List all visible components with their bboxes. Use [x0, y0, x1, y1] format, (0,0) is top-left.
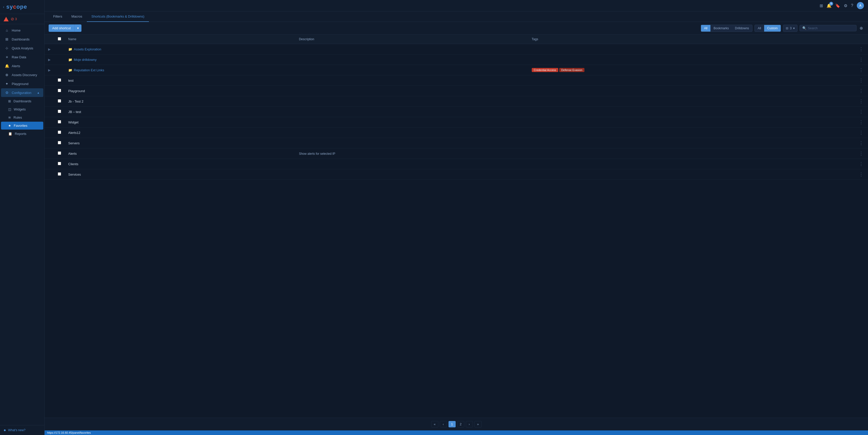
item-name-link[interactable]: Assets Exploration: [74, 48, 101, 51]
top-bar: ⊞ 🔔 5 🔖 ⚙ ? A: [44, 0, 868, 11]
quick-analysis-icon: ⊹: [5, 46, 9, 50]
config-widgets-icon: ◫: [8, 107, 11, 111]
row-more-menu-btn[interactable]: ⋮: [858, 57, 864, 62]
row-checkbox[interactable]: [58, 99, 61, 102]
pagination-last-btn[interactable]: »: [474, 421, 482, 427]
row-more-menu-btn[interactable]: ⋮: [858, 88, 864, 94]
row-checkbox[interactable]: [58, 172, 61, 176]
table-row: Clients⋮: [44, 159, 868, 169]
alerts-icon: 🔔: [5, 64, 9, 68]
table-settings-icon[interactable]: ⊕: [859, 25, 864, 32]
table-row: Jb - Test 2⋮: [44, 96, 868, 107]
col-name-header: Name: [65, 35, 295, 44]
expand-row-icon[interactable]: ▶: [48, 48, 51, 51]
expand-row-icon[interactable]: ▶: [48, 68, 51, 72]
row-more-menu-btn[interactable]: ⋮: [858, 161, 864, 167]
row-checkbox[interactable]: [58, 131, 61, 134]
type-filter-group: All Bookmarks Drilldowns: [701, 25, 752, 32]
avatar[interactable]: A: [857, 2, 864, 9]
sidebar-item-dashboards[interactable]: ⊞ Dashboards: [1, 35, 43, 43]
sidebar-item-config-favorites[interactable]: ★ Favorites: [1, 122, 43, 130]
whats-new-button[interactable]: ● What's new?: [0, 425, 44, 435]
row-checkbox[interactable]: [58, 162, 61, 165]
row-checkbox[interactable]: [58, 89, 61, 92]
row-checkbox[interactable]: [58, 110, 61, 113]
row-checkbox[interactable]: [58, 120, 61, 123]
sidebar-item-quick-analysis[interactable]: ⊹ Quick Analysis: [1, 44, 43, 53]
pagination-prev-btn[interactable]: ‹: [440, 421, 447, 427]
tabs-bar: Filters Macros Shortcuts (Bookmarks & Dr…: [44, 11, 868, 22]
search-icon: 🔍: [802, 26, 806, 30]
table-container: Name Description Tags ▶📁Assets Explorati…: [44, 35, 868, 418]
select-all-checkbox[interactable]: [58, 37, 61, 40]
tab-macros[interactable]: Macros: [67, 11, 87, 22]
filter-drilldowns-btn[interactable]: Drilldowns: [732, 25, 752, 32]
status-bar: https://172.16.60.45/panel/favorites: [44, 430, 868, 435]
sidebar-item-assets-discovery[interactable]: ⊕ Assets Discovery: [1, 70, 43, 79]
filter-bookmarks-btn[interactable]: Bookmarks: [710, 25, 732, 32]
sidebar-item-alerts[interactable]: 🔔 Alerts: [1, 62, 43, 70]
item-name: Alerts: [68, 152, 76, 156]
filter-all-btn[interactable]: All: [701, 25, 710, 32]
item-name-link[interactable]: Moje drilldowny: [74, 58, 97, 62]
collapse-sidebar-icon[interactable]: ‹: [3, 5, 4, 9]
search-input[interactable]: [808, 27, 854, 30]
row-more-menu-btn[interactable]: ⋮: [858, 119, 864, 125]
row-checkbox[interactable]: [58, 141, 61, 144]
row-more-menu-btn[interactable]: ⋮: [858, 109, 864, 115]
bookmark-btn[interactable]: 🔖: [835, 3, 840, 8]
pagination-page-1-btn[interactable]: 1: [448, 421, 456, 427]
sidebar-item-config-rules[interactable]: ≋ Rules: [1, 114, 43, 121]
status-url: https://172.16.60.45/panel/favorites: [47, 431, 91, 434]
item-name: test: [68, 79, 73, 83]
alert-count: ⊘ 3: [11, 17, 17, 21]
grid-icon-btn[interactable]: ⊞: [819, 3, 823, 8]
tab-shortcuts[interactable]: Shortcuts (Bookmarks & Drilldowns): [87, 11, 149, 22]
row-checkbox[interactable]: [58, 79, 61, 82]
settings-btn[interactable]: ⚙: [844, 3, 847, 8]
filter-all-2-btn[interactable]: All: [755, 25, 764, 32]
bookmark-icon: 🔖: [835, 4, 840, 8]
row-more-menu-btn[interactable]: ⋮: [858, 77, 864, 83]
sidebar-item-configuration[interactable]: ⚙ Configuration ▲: [1, 88, 43, 97]
sidebar-item-config-widgets[interactable]: ◫ Widgets: [1, 105, 43, 113]
tab-filters[interactable]: Filters: [49, 11, 67, 22]
sidebar-item-home[interactable]: ⌂ Home: [1, 26, 43, 35]
table-row: Alerts12⋮: [44, 127, 868, 138]
add-shortcut-dropdown-button[interactable]: ▾: [74, 25, 82, 32]
table-row: JB – test⋮: [44, 107, 868, 117]
help-btn[interactable]: ?: [851, 3, 853, 8]
expand-row-icon[interactable]: ▶: [48, 58, 51, 62]
add-shortcut-button[interactable]: Add shortcut: [49, 25, 74, 32]
main-content: ⊞ 🔔 5 🔖 ⚙ ? A Filters Macros Shortcuts (…: [44, 0, 868, 435]
config-favorites-icon: ★: [8, 124, 11, 127]
sidebar-item-config-dashboards[interactable]: ⊞ Dashboards: [1, 97, 43, 105]
row-more-menu-btn[interactable]: ⋮: [858, 98, 864, 104]
sidebar-item-playground[interactable]: ✦ Playground: [1, 80, 43, 88]
row-checkbox[interactable]: [58, 151, 61, 155]
item-name: Servers: [68, 141, 80, 145]
pagination-next-btn[interactable]: ›: [466, 421, 473, 427]
pagination-first-btn[interactable]: «: [431, 421, 438, 427]
table-row: AlertsShow alerts for selected IP⋮: [44, 148, 868, 159]
item-name-link[interactable]: Reputation Ext Links: [74, 68, 104, 72]
pagination-page-2-btn[interactable]: 2: [457, 421, 464, 427]
row-more-menu-btn[interactable]: ⋮: [858, 67, 864, 73]
row-more-menu-btn[interactable]: ⋮: [858, 130, 864, 135]
sidebar-item-config-reports[interactable]: 📋 Reports: [1, 130, 43, 138]
sidebar-item-raw-data[interactable]: ≡ Raw Data: [1, 53, 43, 61]
custom-filter-group: All Custom: [754, 25, 781, 32]
notification-bell-btn[interactable]: 🔔 5: [827, 3, 832, 8]
row-more-menu-btn[interactable]: ⋮: [858, 151, 864, 156]
table-row: ▶📁Assets Exploration⋮: [44, 44, 868, 55]
item-name: Playground: [68, 89, 85, 93]
row-more-menu-btn[interactable]: ⋮: [858, 140, 864, 146]
sidebar: ‹ sycope ⊘ 3 ⌂ Home ⊞ Dashboards ⊹ Quick…: [0, 0, 44, 435]
sidebar-logo: ‹ sycope: [0, 0, 44, 14]
filter-custom-btn[interactable]: Custom: [764, 25, 781, 32]
sidebar-alert[interactable]: ⊘ 3: [0, 14, 44, 24]
toolbar-right: All Bookmarks Drilldowns All Custom ⊟ 3 …: [701, 25, 864, 32]
row-more-menu-btn[interactable]: ⋮: [858, 46, 864, 52]
columns-button[interactable]: ⊟ 3 ▾: [783, 25, 798, 32]
row-more-menu-btn[interactable]: ⋮: [858, 172, 864, 177]
